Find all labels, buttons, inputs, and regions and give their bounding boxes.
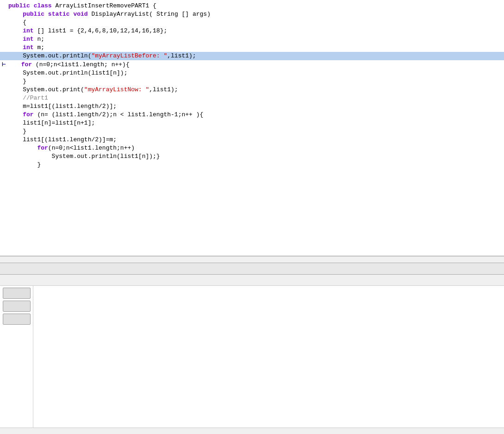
side-buttons: [0, 286, 33, 428]
code-line: for(n=0;n<list1.length;n++): [0, 144, 504, 152]
stop-button[interactable]: [3, 288, 31, 299]
code-editor[interactable]: public class ArrayListInsertRemovePART1 …: [0, 0, 504, 256]
message-content[interactable]: [33, 286, 504, 428]
code-line: System.out.println(list1[n]);}: [0, 152, 504, 161]
clear-button[interactable]: [3, 301, 31, 312]
code-line: int m;: [0, 44, 504, 52]
message-tabs: [0, 275, 504, 286]
code-line: public class ArrayListInsertRemovePART1 …: [0, 2, 504, 10]
breakpoint-arrow: ⊢: [2, 60, 6, 68]
bottom-hscroll[interactable]: [0, 428, 504, 434]
copy-button[interactable]: [3, 314, 31, 325]
code-line: ⊢ for (n=0;n<list1.length; n++){: [0, 60, 504, 69]
code-line: int n;: [0, 35, 504, 44]
compile-messages-panel: [0, 286, 504, 428]
code-line: {: [0, 19, 504, 27]
code-line: for (n= (list1.length/2);n < list1.lengt…: [0, 111, 504, 119]
code-line: }: [0, 127, 504, 136]
code-line: list1[(list1.length/2)]=m;: [0, 136, 504, 144]
hscroll[interactable]: [0, 256, 504, 263]
code-line: int [] list1 = {2,4,6,8,10,12,14,16,18};: [0, 27, 504, 35]
code-line: public static void DisplayArrayList( Str…: [0, 10, 504, 19]
code-line: System.out.println("myArrayListBefore: "…: [0, 52, 504, 60]
code-line: list1[n]=list1[n+1];: [0, 119, 504, 127]
tab-bar: [0, 263, 504, 275]
bottom-panel: [0, 286, 504, 434]
code-line: //Part1: [0, 94, 504, 102]
code-line: }: [0, 161, 504, 169]
code-line: m=list1[(list1.length/2)];: [0, 102, 504, 111]
code-content: public class ArrayListInsertRemovePART1 …: [0, 0, 504, 256]
code-line: }: [0, 77, 504, 86]
code-line: System.out.println(list1[n]);: [0, 69, 504, 77]
code-line: System.out.print("myArrayListNow: ",list…: [0, 86, 504, 94]
